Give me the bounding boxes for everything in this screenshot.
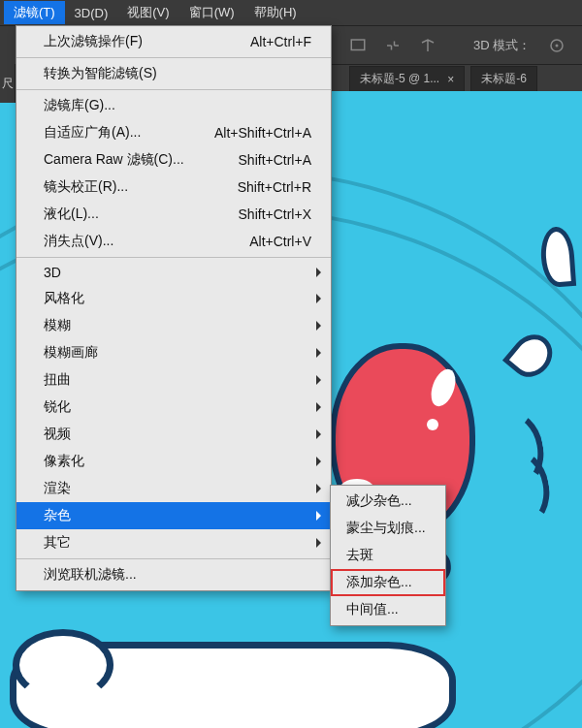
highlight [427, 419, 438, 430]
separator [16, 57, 331, 58]
menu-video-submenu[interactable]: 视频 [16, 421, 331, 448]
item-shortcut: Alt+Ctrl+V [249, 234, 311, 249]
item-label: 自适应广角(A)... [44, 124, 141, 142]
menu-camera-raw[interactable]: Camera Raw 滤镜(C)... Shift+Ctrl+A [16, 146, 331, 174]
item-label: 添加杂色... [346, 574, 412, 589]
svg-rect-0 [351, 40, 365, 50]
ruler-label: 尺 [0, 64, 16, 103]
document-tab[interactable]: 未标题-5 @ 1... × [349, 66, 465, 91]
menu-noise-submenu[interactable]: 杂色 [16, 502, 331, 529]
menu-other-submenu[interactable]: 其它 [16, 529, 331, 556]
item-label: 中间值... [346, 601, 399, 617]
item-label: 像素化 [44, 453, 84, 470]
item-label: 3D [44, 265, 61, 280]
submenu-reduce-noise[interactable]: 减少杂色... [331, 488, 445, 515]
tool-icon[interactable] [349, 37, 367, 54]
item-shortcut: Shift+Ctrl+A [239, 152, 311, 168]
item-label: 其它 [44, 534, 71, 552]
menu-window[interactable]: 窗口(W) [179, 1, 244, 24]
menu-filter-gallery[interactable]: 滤镜库(G)... [16, 92, 331, 119]
item-shortcut: Alt+Shift+Ctrl+A [214, 125, 311, 141]
item-label: 减少杂色... [346, 492, 412, 508]
item-label: 去斑 [346, 547, 373, 562]
splash-shape [502, 327, 561, 386]
menu-distort-submenu[interactable]: 扭曲 [16, 366, 331, 394]
svg-point-2 [556, 44, 559, 47]
item-shortcut: Shift+Ctrl+X [239, 206, 311, 222]
menu-3d-submenu[interactable]: 3D [16, 260, 331, 285]
motion-line [479, 406, 550, 492]
separator [16, 257, 331, 258]
document-tab[interactable]: 未标题-6 [470, 66, 537, 91]
item-label: Camera Raw 滤镜(C)... [44, 151, 184, 169]
mode-label: 3D 模式： [473, 37, 531, 54]
menu-vanishing-point[interactable]: 消失点(V)... Alt+Ctrl+V [16, 228, 331, 255]
menu-blur-gallery-submenu[interactable]: 模糊画廊 [16, 339, 331, 366]
item-label: 锐化 [44, 398, 71, 416]
puddle-shape [10, 642, 456, 728]
menu-render-submenu[interactable]: 渲染 [16, 475, 331, 502]
menu-3d[interactable]: 3D(D) [65, 3, 118, 23]
noise-submenu: 减少杂色... 蒙尘与划痕... 去斑 添加杂色... 中间值... [330, 485, 446, 626]
item-label: 转换为智能滤镜(S) [44, 65, 157, 82]
item-shortcut: Shift+Ctrl+R [238, 179, 311, 195]
item-shortcut: Alt+Ctrl+F [250, 34, 311, 49]
motion-line [485, 445, 556, 531]
submenu-median[interactable]: 中间值... [331, 596, 445, 623]
item-label: 模糊 [44, 317, 71, 334]
tab-label: 未标题-6 [481, 71, 527, 87]
item-label: 蒙尘与划痕... [346, 520, 426, 535]
menu-last-filter[interactable]: 上次滤镜操作(F) Alt+Ctrl+F [16, 28, 331, 55]
submenu-add-noise[interactable]: 添加杂色... [331, 569, 445, 596]
menu-lens-correction[interactable]: 镜头校正(R)... Shift+Ctrl+R [16, 174, 331, 201]
tool-icon[interactable] [419, 37, 436, 54]
menu-pixelate-submenu[interactable]: 像素化 [16, 448, 331, 475]
menu-filter[interactable]: 滤镜(T) [4, 1, 65, 24]
item-label: 风格化 [44, 290, 84, 307]
tab-label: 未标题-5 @ 1... [360, 71, 439, 87]
item-label: 上次滤镜操作(F) [44, 33, 143, 50]
menu-help[interactable]: 帮助(H) [244, 1, 307, 24]
item-label: 镜头校正(R)... [44, 178, 128, 196]
item-label: 消失点(V)... [44, 233, 113, 250]
menu-browse-online[interactable]: 浏览联机滤镜... [16, 561, 331, 588]
item-label: 滤镜库(G)... [44, 97, 115, 114]
separator [16, 558, 331, 559]
item-label: 液化(L)... [44, 206, 99, 223]
highlight [427, 365, 460, 409]
menu-adaptive-wide-angle[interactable]: 自适应广角(A)... Alt+Shift+Ctrl+A [16, 119, 331, 146]
close-icon[interactable]: × [447, 73, 454, 86]
menu-blur-submenu[interactable]: 模糊 [16, 312, 331, 339]
separator [16, 89, 331, 90]
submenu-dust-scratches[interactable]: 蒙尘与划痕... [331, 515, 445, 542]
submenu-despeckle[interactable]: 去斑 [331, 542, 445, 569]
menu-sharpen-submenu[interactable]: 锐化 [16, 394, 331, 421]
menubar: 滤镜(T) 3D(D) 视图(V) 窗口(W) 帮助(H) [0, 0, 582, 25]
menu-convert-smart[interactable]: 转换为智能滤镜(S) [16, 60, 331, 87]
tool-icon[interactable] [384, 37, 402, 54]
menu-stylize-submenu[interactable]: 风格化 [16, 285, 331, 312]
item-label: 杂色 [44, 507, 71, 524]
artwork-text: COOL [29, 712, 346, 728]
filter-dropdown: 上次滤镜操作(F) Alt+Ctrl+F 转换为智能滤镜(S) 滤镜库(G)..… [16, 25, 332, 591]
orbit-icon[interactable] [548, 37, 566, 54]
menu-view[interactable]: 视图(V) [117, 1, 178, 24]
item-label: 浏览联机滤镜... [44, 566, 137, 584]
splash-shape [539, 226, 576, 288]
item-label: 模糊画廊 [44, 344, 98, 362]
item-label: 渲染 [44, 480, 71, 497]
item-label: 扭曲 [44, 371, 71, 389]
menu-liquify[interactable]: 液化(L)... Shift+Ctrl+X [16, 201, 331, 228]
item-label: 视频 [44, 426, 71, 443]
